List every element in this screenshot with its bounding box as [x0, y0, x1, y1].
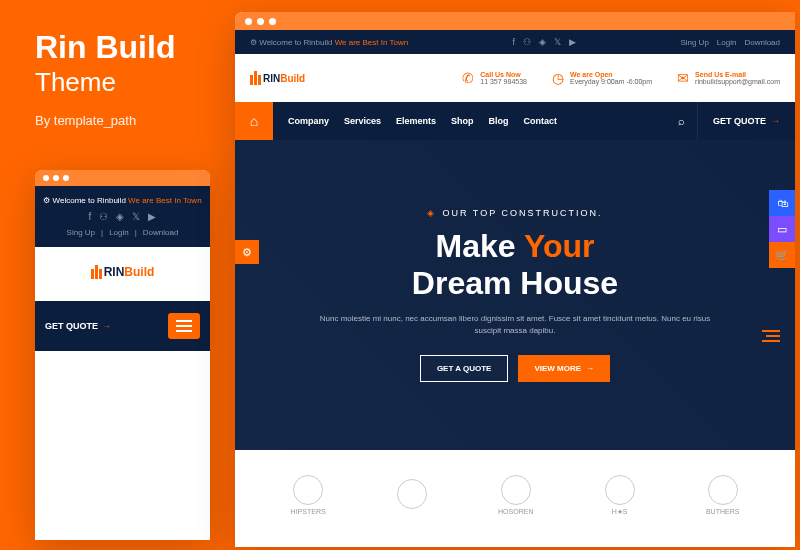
facebook-icon[interactable]: f [513, 37, 516, 47]
nav-contact[interactable]: Contact [524, 116, 558, 126]
get-quote-button[interactable]: GET QUOTE→ [45, 321, 111, 331]
get-quote-button[interactable]: GET QUOTE→ [697, 102, 795, 140]
hero-heading: Make YourDream House [412, 228, 618, 302]
download-link[interactable]: Download [143, 228, 179, 237]
cart-icon[interactable]: 🛍 [769, 190, 795, 216]
signup-link[interactable]: Sing Up [67, 228, 95, 237]
login-link[interactable]: Login [109, 228, 129, 237]
desktop-preview: ⚙ Welcome to Rinbuild We are Best In Tow… [235, 12, 795, 547]
view-more-button[interactable]: VIEW MORE→ [518, 355, 610, 382]
window-dots [235, 12, 795, 30]
hours-info: ◷We are OpenEveryday 9:00am -6:00pm [552, 70, 652, 86]
screen-icon[interactable]: ▭ [769, 216, 795, 242]
page-title-block: Rin Build Theme By template_path [35, 30, 175, 128]
skype-icon[interactable]: ⚇ [523, 37, 531, 47]
home-icon[interactable]: ⌂ [235, 102, 273, 140]
title-line1: Rin Build [35, 30, 175, 65]
logo[interactable]: RINBuild [250, 71, 305, 85]
skype-icon[interactable]: ⚇ [99, 211, 108, 222]
partner-logo: H★S [605, 475, 635, 516]
partners-row: HIPSTERS HOSOREN H★S BUTHERS [235, 450, 795, 540]
desktop-header: RINBuild ✆Call Us Now11 357 984538 ◷We a… [235, 54, 795, 102]
download-link[interactable]: Download [744, 38, 780, 47]
email-info: ✉Send Us E-mailrinbuildsupport@gmail.com [677, 70, 780, 86]
partner-logo: HOSOREN [498, 475, 533, 515]
hero-section: ⚙ 🛍 ▭ 🛒 ◈OUR TOP CONSTRUCTION. Make Your… [235, 140, 795, 450]
slider-menu-icon[interactable] [762, 330, 780, 342]
mobile-navbar: GET QUOTE→ [35, 301, 210, 351]
purchase-icon[interactable]: 🛒 [769, 242, 795, 268]
title-line2: Theme [35, 67, 175, 98]
get-a-quote-button[interactable]: GET A QUOTE [420, 355, 509, 382]
clock-icon: ◷ [552, 70, 564, 86]
partner-logo: BUTHERS [706, 475, 739, 515]
login-link[interactable]: Login [717, 38, 737, 47]
vimeo-icon[interactable]: ◈ [116, 211, 124, 222]
youtube-icon[interactable]: ▶ [148, 211, 156, 222]
mobile-preview: ⚙ Welcome to Rinbuild We are Best In Tow… [35, 170, 210, 540]
youtube-icon[interactable]: ▶ [569, 37, 576, 47]
phone-icon: ✆ [462, 70, 474, 86]
logo[interactable]: RINBuild [91, 265, 155, 279]
vimeo-icon[interactable]: ◈ [539, 37, 546, 47]
call-info: ✆Call Us Now11 357 984538 [462, 70, 527, 86]
signup-link[interactable]: Sing Up [680, 38, 708, 47]
nav-blog[interactable]: Blog [489, 116, 509, 126]
diamond-icon: ◈ [427, 208, 436, 218]
facebook-icon[interactable]: f [89, 211, 92, 222]
twitter-icon[interactable]: 𝕏 [554, 37, 561, 47]
hero-subtitle: Nunc molestie mi nunc, nec accumsan libe… [315, 313, 715, 337]
mail-icon: ✉ [677, 70, 689, 86]
byline: By template_path [35, 113, 175, 128]
gear-icon[interactable]: ⚙ [235, 240, 259, 264]
partner-logo [397, 479, 427, 512]
mobile-logo-area: RINBuild [35, 247, 210, 301]
main-nav: ⌂ Company Services Elements Shop Blog Co… [235, 102, 795, 140]
hamburger-icon[interactable] [168, 313, 200, 339]
nav-shop[interactable]: Shop [451, 116, 474, 126]
nav-elements[interactable]: Elements [396, 116, 436, 126]
partner-logo: HIPSTERS [291, 475, 326, 515]
desktop-topbar: ⚙ Welcome to Rinbuild We are Best In Tow… [235, 30, 795, 54]
side-toolbar: 🛍 ▭ 🛒 [769, 190, 795, 268]
mobile-topbar: ⚙ Welcome to Rinbuild We are Best In Tow… [35, 186, 210, 247]
hero-tagline: ◈OUR TOP CONSTRUCTION. [427, 208, 602, 218]
window-dots [35, 170, 210, 186]
twitter-icon[interactable]: 𝕏 [132, 211, 140, 222]
search-icon[interactable]: ⌕ [666, 115, 697, 127]
nav-company[interactable]: Company [288, 116, 329, 126]
nav-services[interactable]: Services [344, 116, 381, 126]
